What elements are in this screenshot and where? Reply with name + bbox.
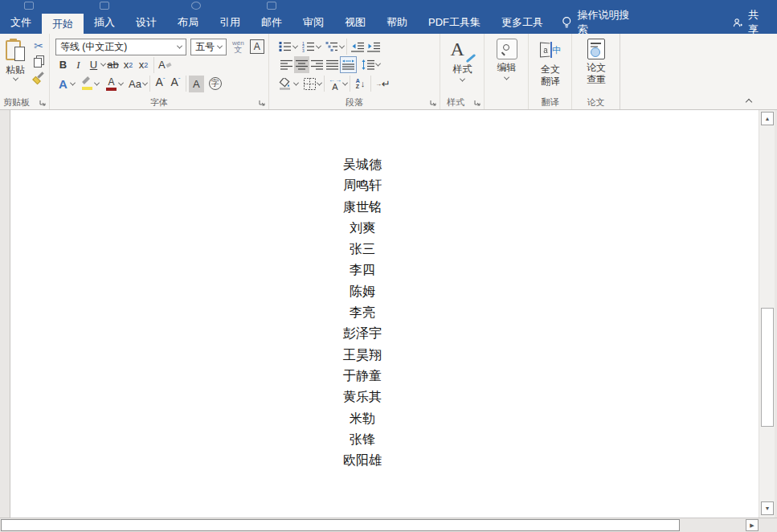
- clipboard-dialog-launcher[interactable]: [39, 99, 47, 107]
- align-right-button[interactable]: [309, 56, 325, 73]
- group-font: 等线 (中文正文) 五号 wén 文 A B I U ab x2 x2 A: [50, 34, 269, 109]
- name-line: 米勒: [10, 408, 714, 429]
- change-case-chevron[interactable]: [142, 80, 148, 85]
- quick-access-icon[interactable]: [191, 2, 201, 10]
- tab-home[interactable]: 开始: [42, 14, 84, 34]
- tab-references[interactable]: 引用: [209, 11, 251, 34]
- character-shading-button[interactable]: A: [189, 76, 204, 92]
- scroll-right-button[interactable]: ▶: [746, 519, 759, 531]
- horizontal-scroll-thumb[interactable]: [1, 519, 680, 531]
- text-effects-button[interactable]: A: [55, 76, 71, 92]
- italic-button[interactable]: I: [71, 56, 86, 73]
- name-line: 陈姆: [10, 281, 714, 302]
- styles-chevron[interactable]: [460, 76, 465, 82]
- copy-icon[interactable]: [34, 55, 44, 68]
- borders-chevron[interactable]: [317, 80, 322, 85]
- clear-formatting-button[interactable]: A: [157, 56, 173, 73]
- name-line: 张锋: [10, 429, 714, 450]
- vertical-scroll-thumb[interactable]: [761, 308, 774, 427]
- tab-pdf-tools[interactable]: PDF工具集: [418, 11, 491, 34]
- styles-dialog-launcher[interactable]: [473, 99, 481, 107]
- grow-font-button[interactable]: Aˆ: [153, 76, 168, 92]
- scroll-down-button[interactable]: ▼: [761, 501, 774, 515]
- name-line: 李亮: [10, 302, 714, 323]
- decrease-indent-button[interactable]: [350, 39, 366, 55]
- font-color-chevron[interactable]: [118, 80, 124, 85]
- tab-view[interactable]: 视图: [334, 11, 376, 34]
- borders-button[interactable]: [302, 76, 317, 92]
- name-line: 康世铭: [10, 197, 714, 218]
- format-painter-icon[interactable]: [33, 72, 45, 84]
- quick-access-icon[interactable]: [24, 2, 34, 10]
- quick-access-icon[interactable]: [267, 2, 276, 10]
- underline-button[interactable]: U: [86, 56, 101, 73]
- align-left-button[interactable]: [279, 56, 294, 73]
- bullet-list-chevron[interactable]: [292, 43, 298, 48]
- tab-layout[interactable]: 布局: [167, 11, 209, 34]
- group-paper: 论文查重 论文: [572, 34, 620, 109]
- title-bar: [0, 0, 777, 11]
- styles-button[interactable]: A 样式: [440, 39, 485, 82]
- name-line: 张三: [10, 239, 714, 260]
- editing-chevron[interactable]: [504, 75, 509, 80]
- horizontal-scrollbar[interactable]: ▶: [0, 518, 777, 532]
- distribute-text-button[interactable]: [340, 56, 357, 73]
- shading-button[interactable]: [277, 76, 294, 92]
- font-color-button[interactable]: A: [104, 76, 119, 92]
- bullet-list-button[interactable]: [277, 39, 293, 55]
- ribbon-tab-bar: 文件 开始 插入 设计 布局 引用 邮件 审阅 视图 帮助 PDF工具集 更多工…: [0, 11, 777, 34]
- multilevel-list-button[interactable]: [324, 39, 340, 55]
- share-button[interactable]: 共享: [722, 11, 777, 34]
- quick-access-icon[interactable]: [100, 2, 109, 10]
- tab-mailings[interactable]: 邮件: [251, 11, 292, 34]
- editing-button[interactable]: 编辑: [485, 39, 529, 80]
- tab-insert[interactable]: 插入: [84, 11, 125, 34]
- asian-layout-chevron[interactable]: [342, 80, 348, 85]
- paste-dropdown-chevron[interactable]: [12, 76, 18, 81]
- increase-indent-button[interactable]: [366, 39, 382, 55]
- tab-more-tools[interactable]: 更多工具: [491, 11, 554, 34]
- cut-icon[interactable]: ✂: [34, 40, 43, 51]
- justify-button[interactable]: [325, 56, 340, 73]
- sort-button[interactable]: AZ ↓: [353, 76, 368, 92]
- character-border-button[interactable]: A: [250, 39, 264, 54]
- tab-review[interactable]: 审阅: [292, 11, 334, 34]
- strikethrough-button[interactable]: ab: [105, 56, 121, 73]
- show-hide-marks-button[interactable]: →↵: [374, 76, 392, 92]
- line-spacing-chevron[interactable]: [375, 61, 381, 67]
- asian-layout-button[interactable]: ←→A: [327, 76, 343, 92]
- highlight-color-button[interactable]: [80, 76, 95, 92]
- vertical-scrollbar[interactable]: ▲ ▼: [759, 110, 775, 518]
- text-effects-chevron[interactable]: [70, 80, 76, 85]
- paste-icon: [6, 39, 25, 61]
- line-spacing-button[interactable]: [360, 56, 376, 73]
- tell-me-search[interactable]: 操作说明搜索: [554, 11, 645, 34]
- group-styles: A 样式 样式: [440, 34, 485, 109]
- name-line: 黄乐其: [10, 387, 714, 407]
- shrink-font-button[interactable]: Aˇ: [168, 76, 183, 92]
- bold-button[interactable]: B: [55, 56, 71, 73]
- document-page[interactable]: 吴城德 周鸣轩 康世铭 刘爽 张三 李四 陈姆 李亮 彭泽宇 王昊翔 于静童 黄…: [10, 110, 759, 518]
- font-dialog-launcher[interactable]: [258, 99, 266, 107]
- paragraph-dialog-launcher[interactable]: [429, 99, 437, 107]
- highlight-chevron[interactable]: [94, 80, 100, 85]
- paper-check-button[interactable]: 论文查重: [572, 39, 620, 86]
- multilevel-list-chevron[interactable]: [339, 43, 345, 48]
- tab-help[interactable]: 帮助: [376, 11, 418, 34]
- phonetic-guide-button[interactable]: wén 文: [232, 40, 244, 53]
- align-center-button[interactable]: [294, 56, 309, 73]
- shading-chevron[interactable]: [293, 80, 299, 85]
- tab-design[interactable]: 设计: [125, 11, 167, 34]
- group-editing: 编辑: [485, 34, 529, 109]
- font-size-combo[interactable]: 五号: [190, 39, 227, 55]
- font-name-combo[interactable]: 等线 (中文正文): [55, 39, 186, 55]
- tab-file[interactable]: 文件: [0, 11, 42, 34]
- full-text-translate-button[interactable]: a 中 全文翻译: [529, 39, 572, 88]
- numbered-list-chevron[interactable]: [316, 43, 321, 48]
- enclose-characters-button[interactable]: 字: [209, 77, 222, 90]
- superscript-button[interactable]: x2: [136, 56, 151, 73]
- change-case-button[interactable]: Aa: [127, 76, 143, 92]
- scroll-up-button[interactable]: ▲: [761, 112, 774, 125]
- numbered-list-button[interactable]: 123: [301, 39, 317, 55]
- subscript-button[interactable]: x2: [121, 56, 136, 73]
